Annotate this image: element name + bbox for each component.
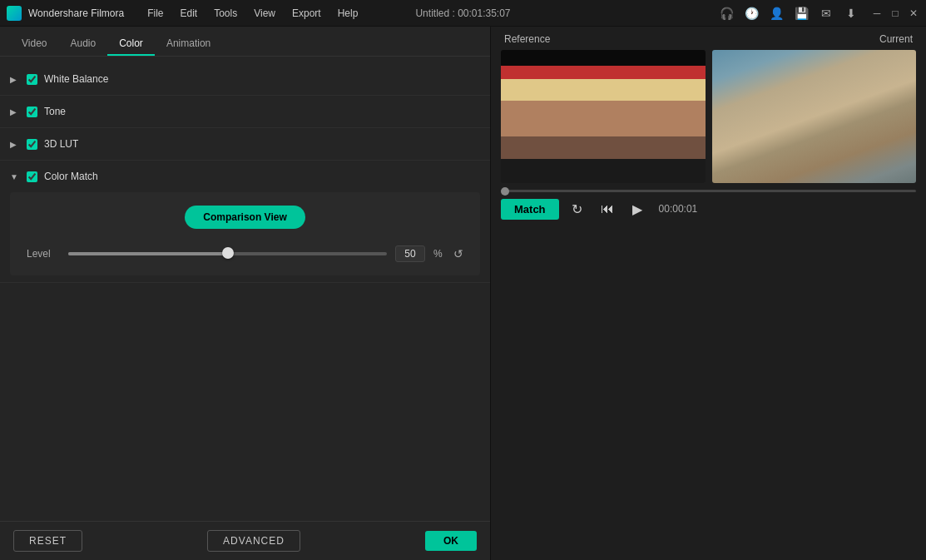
tone-arrow: ▶ <box>10 107 20 116</box>
reset-button[interactable]: RESET <box>13 530 82 552</box>
reference-preview[interactable] <box>501 50 706 183</box>
color-match-checkbox[interactable] <box>27 171 37 182</box>
properties-panel: ▶ White Balance ▶ Tone ▶ 3D LUT <box>0 57 490 521</box>
color-match-body: Comparison View Level % ↺ <box>10 192 480 275</box>
menu-file[interactable]: File <box>141 6 170 21</box>
menu-view[interactable]: View <box>247 6 282 21</box>
current-label: Current <box>879 33 913 45</box>
white-balance-label: White Balance <box>44 73 108 85</box>
time-display: 00:00:01 <box>659 203 698 215</box>
main-area: Video Audio Color Animation ▶ White Bala… <box>0 27 926 560</box>
current-preview[interactable] <box>712 50 917 183</box>
tab-animation[interactable]: Animation <box>155 32 222 56</box>
level-row: Level % ↺ <box>27 245 463 262</box>
white-balance-arrow: ▶ <box>10 75 20 84</box>
white-balance-section: ▶ White Balance <box>0 63 490 96</box>
advanced-button[interactable]: ADVANCED <box>207 530 300 552</box>
match-button[interactable]: Match <box>501 199 559 220</box>
reference-image <box>501 50 706 183</box>
3d-lut-section: ▶ 3D LUT <box>0 128 490 161</box>
menu-help[interactable]: Help <box>331 6 365 21</box>
3d-lut-arrow: ▶ <box>10 140 20 149</box>
window-controls: ─ □ ✕ <box>871 7 919 19</box>
title-bar: Wondershare Filmora File Edit Tools View… <box>0 0 926 27</box>
step-back-button[interactable]: ⏮ <box>596 197 619 221</box>
play-button[interactable]: ▶ <box>626 197 649 221</box>
preview-labels: Reference Current <box>501 33 916 50</box>
preview-images <box>501 50 916 183</box>
tab-audio[interactable]: Audio <box>58 32 107 56</box>
menu-export[interactable]: Export <box>285 6 328 21</box>
level-slider-fill <box>68 252 228 255</box>
minimize-button[interactable]: ─ <box>871 7 883 19</box>
tone-checkbox[interactable] <box>27 107 37 117</box>
app-name: Wondershare Filmora <box>28 7 124 19</box>
close-button[interactable]: ✕ <box>908 7 919 19</box>
loop-button[interactable]: ↻ <box>566 197 589 221</box>
progress-track[interactable] <box>501 190 916 192</box>
level-slider-track[interactable] <box>68 252 387 255</box>
reference-label: Reference <box>504 33 550 45</box>
color-match-header[interactable]: ▼ Color Match <box>10 167 480 186</box>
white-balance-checkbox[interactable] <box>27 74 37 85</box>
tone-section: ▶ Tone <box>0 96 490 128</box>
menu-edit[interactable]: Edit <box>174 6 205 21</box>
current-image <box>712 50 917 183</box>
color-match-section: ▼ Color Match Comparison View Level % <box>0 161 490 283</box>
menu-tools[interactable]: Tools <box>207 6 244 21</box>
download-icon[interactable]: ⬇ <box>844 7 858 20</box>
tone-header[interactable]: ▶ Tone <box>10 102 480 121</box>
tab-color[interactable]: Color <box>107 32 155 56</box>
clock-icon[interactable]: 🕐 <box>745 7 758 20</box>
level-pct-label: % <box>433 248 445 260</box>
save-icon[interactable]: 💾 <box>795 7 808 20</box>
left-panel: Video Audio Color Animation ▶ White Bala… <box>0 27 491 560</box>
right-panel: Reference Current Match ↻ ⏮ ▶ 00:00:01 <box>491 27 926 560</box>
user-icon[interactable]: 👤 <box>770 7 783 20</box>
level-label: Level <box>27 248 60 260</box>
color-match-arrow: ▼ <box>10 172 20 181</box>
white-balance-header[interactable]: ▶ White Balance <box>10 70 480 88</box>
color-match-label: Color Match <box>44 171 98 182</box>
level-value-input[interactable] <box>395 245 425 262</box>
level-slider-thumb[interactable] <box>222 247 234 259</box>
app-logo <box>7 6 22 21</box>
playback-bar: Match ↻ ⏮ ▶ 00:00:01 <box>501 190 916 221</box>
window-title: Untitled : 00:01:35:07 <box>415 7 510 19</box>
playback-controls: Match ↻ ⏮ ▶ 00:00:01 <box>501 197 916 221</box>
maximize-button[interactable]: □ <box>889 7 901 19</box>
comparison-view-button[interactable]: Comparison View <box>185 206 305 229</box>
3d-lut-header[interactable]: ▶ 3D LUT <box>10 135 480 153</box>
tab-bar: Video Audio Color Animation <box>0 27 490 57</box>
bottom-buttons: RESET ADVANCED OK <box>0 521 490 560</box>
level-reset-icon[interactable]: ↺ <box>453 247 463 260</box>
3d-lut-label: 3D LUT <box>44 138 78 150</box>
ok-button[interactable]: OK <box>425 531 477 551</box>
title-icons: 🎧 🕐 👤 💾 ✉ ⬇ <box>720 7 858 20</box>
headphone-icon[interactable]: 🎧 <box>720 7 733 20</box>
mail-icon[interactable]: ✉ <box>820 7 833 20</box>
progress-thumb[interactable] <box>501 187 509 196</box>
tab-video[interactable]: Video <box>10 32 58 56</box>
tone-label: Tone <box>44 106 66 117</box>
3d-lut-checkbox[interactable] <box>27 139 37 150</box>
